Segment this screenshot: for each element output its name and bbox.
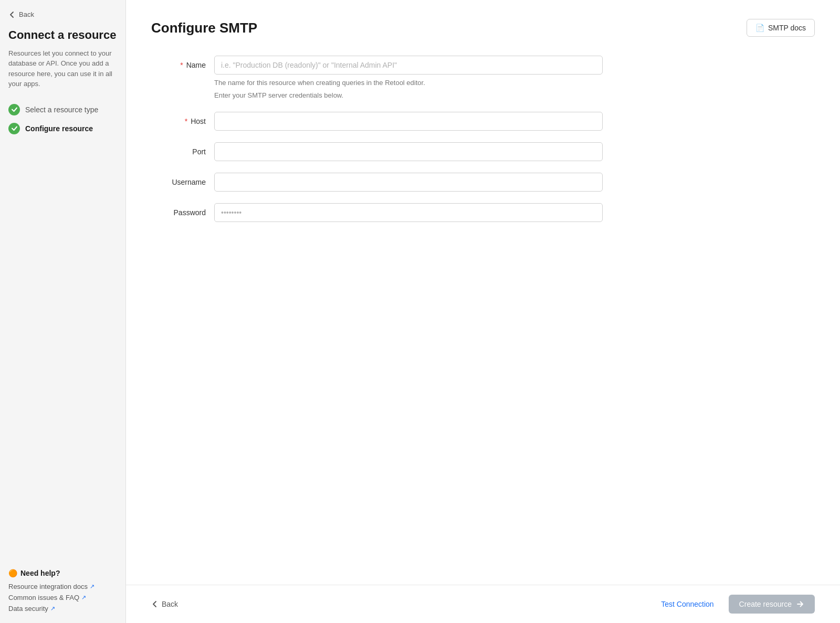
password-field: [214, 203, 603, 222]
configure-form: * Name The name for this resource when c…: [151, 56, 603, 222]
step-label-select: Select a resource type: [25, 105, 98, 114]
docs-button-label: SMTP docs: [768, 24, 806, 32]
host-required-star: *: [185, 117, 187, 125]
test-connection-button[interactable]: Test Connection: [655, 596, 720, 613]
step-list: Select a resource type Configure resourc…: [8, 104, 117, 558]
name-input[interactable]: [214, 56, 603, 75]
arrow-right-icon: [796, 600, 804, 608]
host-row: * Host: [151, 112, 603, 131]
footer-actions: Test Connection Create resource: [655, 595, 815, 614]
sidebar: Back Connect a resource Resources let yo…: [0, 0, 126, 623]
main-content: Configure SMTP 📄 SMTP docs * Name The na…: [126, 0, 840, 623]
help-links: Resource integration docs ↗ Common issue…: [8, 583, 117, 613]
password-label: Password: [151, 203, 214, 217]
main-header: Configure SMTP 📄 SMTP docs: [151, 19, 815, 37]
port-label-text: Port: [192, 147, 206, 156]
sidebar-title: Connect a resource: [8, 28, 117, 43]
help-link-label-2: Data security: [8, 605, 48, 613]
help-title-text: Need help?: [20, 569, 60, 577]
port-field: [214, 142, 603, 161]
username-row: Username: [151, 173, 603, 192]
help-title: 🟠 Need help?: [8, 569, 117, 577]
sidebar-description: Resources let you connect to your databa…: [8, 48, 117, 89]
host-label: * Host: [151, 112, 214, 125]
external-link-icon-0: ↗: [90, 583, 94, 590]
name-row: * Name The name for this resource when c…: [151, 56, 603, 100]
username-label-text: Username: [172, 178, 206, 186]
back-link-footer[interactable]: Back: [151, 600, 178, 608]
server-note: Enter your SMTP server credentials below…: [214, 90, 603, 101]
name-label-text: Name: [186, 61, 206, 69]
help-link-label-1: Common issues & FAQ: [8, 594, 79, 601]
username-input[interactable]: [214, 173, 603, 192]
sidebar-item-configure-resource: Configure resource: [8, 123, 117, 134]
test-connection-label: Test Connection: [661, 600, 713, 608]
port-row: Port: [151, 142, 603, 161]
footer-back-label: Back: [162, 600, 178, 608]
username-label: Username: [151, 173, 214, 186]
external-link-icon-2: ↗: [50, 605, 55, 612]
name-label: * Name: [151, 56, 214, 69]
port-label: Port: [151, 142, 214, 156]
main-body: Configure SMTP 📄 SMTP docs * Name The na…: [126, 0, 840, 585]
help-link-integration-docs[interactable]: Resource integration docs ↗: [8, 583, 117, 590]
name-field: The name for this resource when creating…: [214, 56, 603, 100]
external-link-icon-1: ↗: [81, 594, 86, 601]
main-footer: Back Test Connection Create resource: [126, 585, 840, 623]
smtp-docs-button[interactable]: 📄 SMTP docs: [747, 19, 815, 37]
create-resource-label: Create resource: [739, 600, 792, 608]
help-section: 🟠 Need help? Resource integration docs ↗…: [8, 558, 117, 613]
page-title: Configure SMTP: [151, 20, 257, 36]
docs-emoji: 📄: [755, 24, 764, 32]
help-link-label-0: Resource integration docs: [8, 583, 88, 590]
host-field: [214, 112, 603, 131]
create-resource-button[interactable]: Create resource: [729, 595, 815, 614]
footer-arrow-left-icon: [151, 600, 159, 608]
step-completed-icon: [8, 104, 20, 115]
arrow-left-icon: [8, 11, 16, 18]
help-emoji: 🟠: [8, 569, 17, 577]
check-icon: [11, 106, 18, 113]
host-label-text: Host: [191, 117, 206, 125]
name-hint: The name for this resource when creating…: [214, 78, 603, 88]
host-input[interactable]: [214, 112, 603, 131]
step-label-configure: Configure resource: [25, 124, 93, 133]
back-label: Back: [19, 10, 34, 18]
sidebar-item-select-resource[interactable]: Select a resource type: [8, 104, 117, 115]
password-row: Password: [151, 203, 603, 222]
back-link-top[interactable]: Back: [8, 10, 117, 18]
step-active-icon: [8, 123, 20, 134]
name-required-star: *: [180, 61, 183, 69]
port-input[interactable]: [214, 142, 603, 161]
check-icon-2: [11, 125, 18, 132]
help-link-data-security[interactable]: Data security ↗: [8, 605, 117, 613]
username-field: [214, 173, 603, 192]
password-input[interactable]: [214, 203, 603, 222]
help-link-common-issues[interactable]: Common issues & FAQ ↗: [8, 594, 117, 601]
password-label-text: Password: [174, 208, 206, 217]
